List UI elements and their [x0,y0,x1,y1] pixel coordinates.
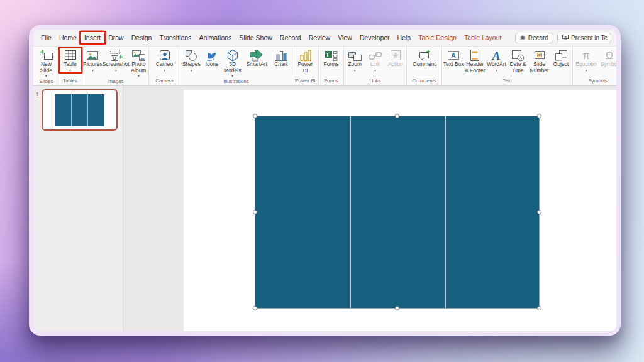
selection-handle-top-right[interactable] [537,114,541,118]
ribbon-group-power-bi: Power BIPower BI [292,47,319,85]
table-icon [64,48,77,62]
selection-handle-bottom-middle[interactable] [395,306,399,310]
thumbnail-table-cell [55,94,72,126]
present-in-teams-button[interactable]: Present in Te [557,33,611,43]
ribbon-button-table[interactable]: Table▾ [60,48,81,72]
slide-number-label: 1 [36,89,42,131]
dropdown-arrow-icon: ▾ [164,69,165,72]
power-bi-icon [299,48,313,62]
ribbon-button-date-time[interactable]: Date & Time [508,48,529,74]
ribbon-button-wordart[interactable]: AWordArt▾ [486,48,507,72]
equation-icon: π [579,48,593,62]
table-column-border[interactable] [350,116,351,308]
menu-tab-home[interactable]: Home [55,32,80,43]
ribbon-button-new-slide[interactable]: New Slide▾ [36,48,57,78]
ribbon-button-shapes[interactable]: Shapes▾ [181,48,202,72]
dropdown-arrow-icon: ▾ [354,69,356,72]
powerpoint-window: FileHomeInsertDrawDesignTransitionsAnima… [29,25,621,336]
ribbon-group-slides: New Slide▾Slides [35,47,58,85]
ribbon-button-action: Action [386,48,406,68]
ribbon-button-screenshot[interactable]: Screenshot▾ [103,48,130,72]
menu-tabs: FileHomeInsertDrawDesignTransitionsAnima… [37,32,505,43]
dropdown-arrow-icon: ▾ [191,69,192,72]
new-slide-icon [40,48,53,62]
ribbon-group-symbols: πEquation▾ΩSymbolSymbols [573,47,616,85]
menu-tab-table-design[interactable]: Table Design [414,32,460,43]
ribbon-button-object[interactable]: Object [550,48,572,68]
ribbon-button-power-bi[interactable]: Power BI [295,48,316,74]
link-icon [368,48,382,62]
selection-handle-bottom-left[interactable] [253,306,257,310]
text-box-icon: A [447,48,460,62]
ribbon-group-text: AText BoxHeader & FooterAWordArt▾Date & … [442,47,573,85]
svg-text:F: F [327,51,331,58]
ribbon-group-label: Text [443,77,572,85]
ribbon-group-links: Zoom▾Link▾ActionLinks [344,47,407,85]
menu-tab-file[interactable]: File [37,32,55,43]
menu-tab-help[interactable]: Help [394,32,415,43]
smartart-icon [249,48,264,62]
svg-text:#: # [538,52,541,57]
ribbon-button-comment[interactable]: Comment [410,48,439,68]
ribbon-group-label: Symbols [574,77,616,85]
ribbon: New Slide▾SlidesTable▾TablesPictures▾Scr… [33,47,616,86]
zoom-icon [348,48,362,62]
icons-icon [205,48,219,62]
ribbon-button-icons[interactable]: Icons [202,48,223,68]
ribbon-button-forms[interactable]: FForms [321,48,342,68]
inserted-table[interactable] [255,116,540,309]
menu-tab-developer[interactable]: Developer [356,32,394,43]
ribbon-group-label: Power BI [293,77,318,85]
3d-models-icon [226,48,240,62]
slide-thumbnail[interactable] [42,89,118,131]
ribbon-button-link: Link▾ [365,48,385,72]
menu-tab-record[interactable]: Record [276,32,305,43]
ribbon-button-equation: πEquation▾ [575,48,597,72]
selection-handle-bottom-right[interactable] [537,306,541,310]
ribbon-group-label: Tables [59,77,81,85]
dropdown-arrow-icon: ▾ [496,69,497,72]
ribbon-button-header-footer[interactable]: Header & Footer [464,48,486,74]
menu-tab-transitions[interactable]: Transitions [155,32,195,43]
ribbon-button-zoom[interactable]: Zoom▾ [345,48,365,72]
ribbon-group-label: Illustrations [181,78,291,85]
menu-tab-design[interactable]: Design [128,32,156,43]
menu-tab-table-layout[interactable]: Table Layout [460,32,506,43]
slide-editor-area [123,86,616,331]
menu-tab-draw[interactable]: Draw [104,32,128,43]
ribbon-group-label: Slides [35,78,57,85]
table-column-border[interactable] [445,116,446,308]
ribbon-button-pictures[interactable]: Pictures▾ [83,48,103,72]
ribbon-button-chart[interactable]: Chart [270,48,291,68]
ribbon-button-3d-models[interactable]: 3D Models▾ [222,48,243,78]
ribbon-button-cameo[interactable]: Cameo▾ [154,48,175,72]
selection-handle-middle-left[interactable] [253,210,257,214]
ribbon-button-smartart[interactable]: SmartArt [243,48,270,68]
record-icon: ◉ [520,35,526,41]
selection-handle-top-middle[interactable] [395,114,399,118]
slide-canvas[interactable] [184,90,616,331]
dropdown-arrow-icon: ▾ [69,69,71,72]
shapes-icon [184,48,198,62]
menu-tab-slide-show[interactable]: Slide Show [235,32,276,43]
svg-text:Ω: Ω [606,50,613,60]
thumbnail-table-preview [55,94,104,126]
ribbon-button-photo-album[interactable]: Photo Album▾ [130,48,148,78]
menu-tab-insert[interactable]: Insert [80,32,104,43]
ribbon-button-slide-number[interactable]: #Slide Number [529,48,550,74]
forms-icon: F [324,48,338,62]
menu-tab-view[interactable]: View [334,32,356,43]
ribbon-button-text-box[interactable]: AText Box [443,48,464,68]
slide-thumbnail-panel[interactable]: 1 [33,86,123,331]
content-area: 1 [33,86,616,331]
record-button[interactable]: ◉ Record [515,33,553,43]
svg-text:A: A [451,52,456,59]
svg-text:A: A [492,49,501,62]
ribbon-group-tables: Table▾Tables [58,47,82,85]
ribbon-group-comments: CommentComments [407,47,442,85]
dropdown-arrow-icon: ▾ [92,69,94,72]
menu-tab-review[interactable]: Review [305,32,334,43]
menu-tab-animations[interactable]: Animations [195,32,235,43]
selection-handle-middle-right[interactable] [537,210,541,214]
selection-handle-top-left[interactable] [253,114,257,118]
